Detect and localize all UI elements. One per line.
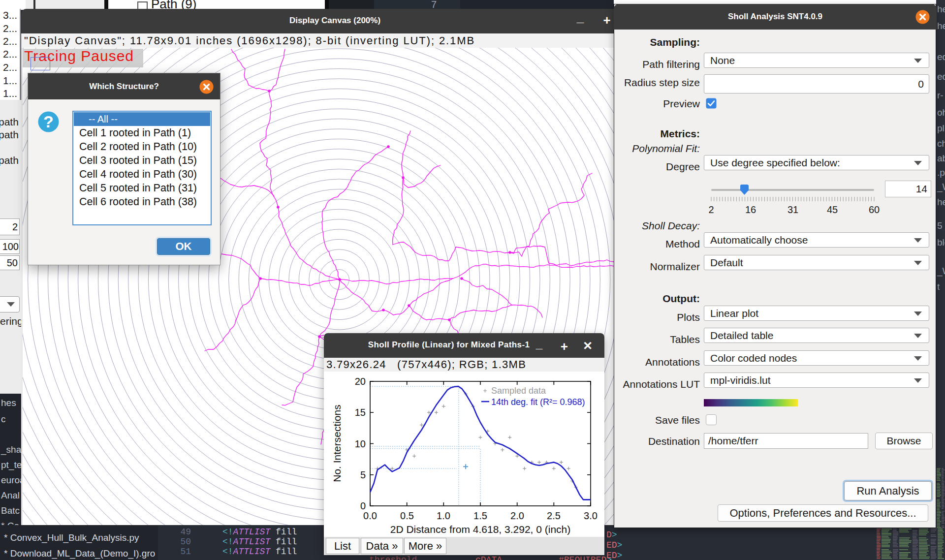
svg-text:10: 10 bbox=[355, 438, 366, 449]
svg-text:1.0: 1.0 bbox=[437, 510, 450, 521]
svg-text:0.5: 0.5 bbox=[400, 510, 414, 521]
svg-text:15: 15 bbox=[355, 407, 366, 418]
svg-text:Sampled data: Sampled data bbox=[491, 386, 546, 396]
svg-text:0: 0 bbox=[360, 500, 366, 511]
svg-text:?: ? bbox=[43, 112, 54, 131]
svg-text:No. Intersections: No. Intersections bbox=[331, 404, 343, 482]
svg-text:2D Distance from 4.618, 3.292,: 2D Distance from 4.618, 3.292, 0 (inch) bbox=[390, 524, 571, 535]
svg-text:1.5: 1.5 bbox=[473, 510, 487, 521]
svg-text:20: 20 bbox=[355, 376, 366, 387]
svg-text:5: 5 bbox=[360, 469, 366, 480]
svg-text:3.0: 3.0 bbox=[584, 510, 598, 521]
svg-text:14th deg. fit (R²= 0.968): 14th deg. fit (R²= 0.968) bbox=[491, 397, 585, 407]
svg-text:0.0: 0.0 bbox=[363, 510, 377, 521]
svg-text:2.0: 2.0 bbox=[510, 510, 524, 521]
svg-text:2.5: 2.5 bbox=[547, 510, 561, 521]
